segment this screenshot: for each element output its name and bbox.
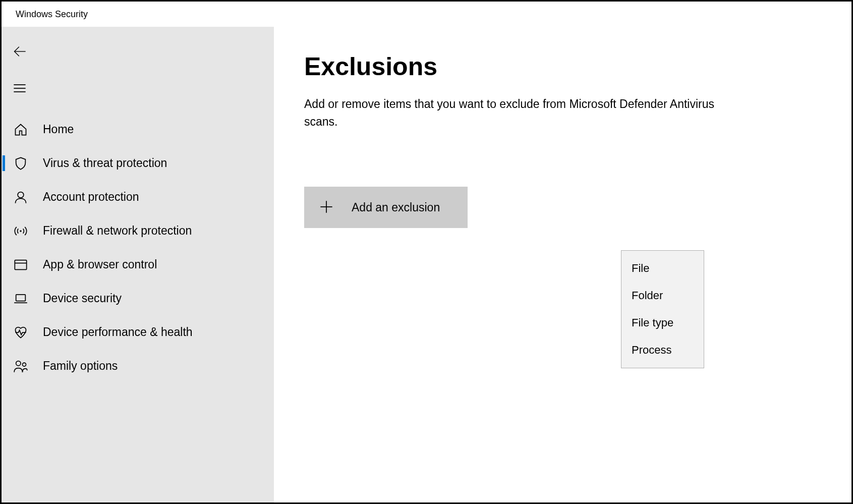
svg-rect-6	[15, 260, 26, 269]
nav-item-home[interactable]: Home	[2, 113, 274, 146]
svg-point-10	[16, 361, 21, 365]
app-title: Windows Security	[16, 9, 88, 20]
nav-list: Home Virus & threat protection Account p…	[2, 113, 274, 383]
nav-label: Family options	[43, 359, 118, 373]
svg-rect-8	[16, 294, 26, 301]
nav-item-firewall[interactable]: Firewall & network protection	[2, 214, 274, 248]
nav-label: Device performance & health	[43, 325, 193, 339]
sidebar: Home Virus & threat protection Account p…	[2, 27, 274, 502]
content-area: Home Virus & threat protection Account p…	[2, 27, 851, 502]
nav-item-family-options[interactable]: Family options	[2, 349, 274, 383]
nav-label: Home	[43, 123, 74, 136]
nav-item-device-security[interactable]: Device security	[2, 282, 274, 315]
nav-label: Account protection	[43, 190, 139, 204]
nav-item-account-protection[interactable]: Account protection	[2, 180, 274, 214]
add-exclusion-button[interactable]: Add an exclusion	[304, 187, 468, 228]
dropdown-item-file[interactable]: File	[621, 255, 704, 282]
back-arrow-icon	[13, 44, 27, 61]
titlebar: Windows Security	[2, 2, 851, 27]
hamburger-button[interactable]	[2, 71, 274, 107]
dropdown-item-file-type[interactable]: File type	[621, 309, 704, 337]
person-icon	[13, 189, 29, 205]
nav-item-virus-threat[interactable]: Virus & threat protection	[2, 146, 274, 180]
nav-label: Virus & threat protection	[43, 156, 167, 170]
family-icon	[13, 358, 29, 374]
page-subtitle: Add or remove items that you want to exc…	[304, 95, 718, 130]
laptop-icon	[13, 291, 29, 307]
hamburger-icon	[13, 81, 27, 97]
dropdown-item-folder[interactable]: Folder	[621, 282, 704, 309]
window-icon	[13, 257, 29, 273]
heart-icon	[13, 324, 29, 341]
nav-label: Device security	[43, 292, 122, 305]
shield-icon	[13, 155, 29, 172]
nav-item-app-browser[interactable]: App & browser control	[2, 248, 274, 282]
main-content: Exclusions Add or remove items that you …	[274, 27, 851, 502]
plus-icon	[319, 200, 352, 215]
svg-point-5	[20, 230, 22, 232]
back-button[interactable]	[2, 34, 274, 71]
exclusion-type-dropdown: File Folder File type Process	[621, 250, 704, 368]
nav-item-device-performance[interactable]: Device performance & health	[2, 315, 274, 349]
antenna-icon	[13, 223, 29, 239]
page-title: Exclusions	[304, 52, 821, 81]
svg-point-4	[18, 192, 24, 198]
dropdown-item-process[interactable]: Process	[621, 337, 704, 364]
nav-label: Firewall & network protection	[43, 224, 192, 238]
nav-label: App & browser control	[43, 258, 157, 271]
add-button-label: Add an exclusion	[352, 201, 440, 214]
svg-point-11	[23, 363, 26, 366]
home-icon	[13, 122, 29, 138]
